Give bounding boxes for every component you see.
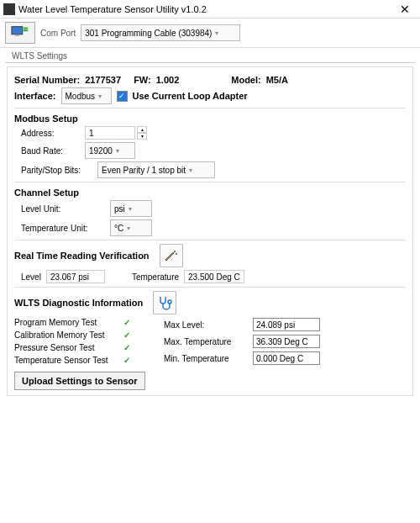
chevron-down-icon: ▾ <box>189 166 192 174</box>
toolbar: Com Port 301 Programming Cable (303984) … <box>0 18 420 48</box>
spin-up-icon[interactable]: ▴ <box>137 126 147 133</box>
temp-unit-row: Temperature Unit: °C ▾ <box>21 219 406 236</box>
diag-test-row: Pressure Sensor Test ✓ <box>14 343 130 352</box>
interface-label: Interface: <box>14 91 56 101</box>
wand-icon <box>164 248 179 263</box>
spin-down-icon[interactable]: ▾ <box>137 133 147 140</box>
com-port-value: 301 Programming Cable (303984) <box>85 29 212 38</box>
check-icon: ✓ <box>123 343 130 352</box>
fw-label: FW: <box>134 75 151 85</box>
model-label: Model: <box>231 75 260 85</box>
baud-label: Baud Rate: <box>21 146 80 156</box>
stethoscope-icon <box>157 295 172 310</box>
wlts-settings-label: WLTS Settings <box>5 48 415 63</box>
temp-label: Temperature <box>132 272 179 282</box>
diag-test-row: Program Memory Test ✓ <box>14 318 130 327</box>
parity-select[interactable]: Even Parity / 1 stop bit ▾ <box>97 161 215 178</box>
monitor-icon <box>11 25 29 40</box>
loop-adapter-label: Use Current Loop Adapter <box>133 91 248 101</box>
temp-readout: 23.500 Deg C <box>184 270 244 283</box>
upload-button[interactable]: Upload Settings to Sensor <box>14 372 145 390</box>
max-temp-field[interactable] <box>253 335 320 348</box>
refresh-button[interactable] <box>160 244 183 267</box>
close-icon[interactable]: ✕ <box>395 3 415 16</box>
diag-tests: Program Memory Test ✓ Calibration Memory… <box>14 318 130 365</box>
temp-unit-select[interactable]: °C ▾ <box>110 219 152 236</box>
main-panel: Serial Number: 2177537 FW: 1.002 Model: … <box>7 66 413 396</box>
title-bar: Water Level Temperature Sensor Utility v… <box>0 0 420 18</box>
modbus-heading: Modbus Setup <box>14 114 406 124</box>
min-temp-label: Min. Temperature <box>164 354 248 363</box>
svg-point-3 <box>176 253 177 255</box>
baud-value: 19200 <box>89 146 113 156</box>
svg-point-2 <box>174 251 176 252</box>
device-info: Serial Number: 2177537 FW: 1.002 Model: … <box>14 75 406 85</box>
connect-button[interactable] <box>5 22 35 44</box>
modbus-address-row: Address: 1 ▴ ▾ <box>21 126 406 140</box>
svg-point-4 <box>168 300 171 304</box>
diag-minmax: Max Level: Max. Temperature Min. Tempera… <box>164 318 320 365</box>
check-icon: ✓ <box>123 330 130 340</box>
diag-test-row: Temperature Sensor Test ✓ <box>14 356 130 365</box>
serial-label: Serial Number: <box>14 75 80 85</box>
level-unit-value: psi <box>114 204 125 214</box>
chevron-down-icon: ▾ <box>215 29 218 37</box>
address-spinner[interactable]: 1 ▴ ▾ <box>85 126 147 140</box>
loop-adapter-checkbox[interactable]: ✓ <box>117 91 128 102</box>
chevron-down-icon: ▾ <box>127 225 130 232</box>
serial-value: 2177537 <box>85 75 121 85</box>
channel-heading: Channel Setup <box>14 188 406 198</box>
modbus-baud-row: Baud Rate: 19200 ▾ <box>21 142 406 159</box>
level-readout: 23.067 psi <box>46 270 105 283</box>
test-name: Calibration Memory Test <box>14 330 115 340</box>
test-name: Program Memory Test <box>14 318 115 327</box>
test-name: Pressure Sensor Test <box>14 343 115 352</box>
test-name: Temperature Sensor Test <box>14 356 115 365</box>
max-temp-label: Max. Temperature <box>164 337 248 346</box>
max-level-field[interactable] <box>253 318 320 331</box>
chevron-down-icon: ▾ <box>98 92 102 100</box>
interface-select[interactable]: Modbus ▾ <box>61 87 112 104</box>
level-label: Level <box>21 272 41 282</box>
address-label: Address: <box>21 129 80 138</box>
min-temp-field[interactable] <box>253 351 320 365</box>
chevron-down-icon: ▾ <box>129 205 132 213</box>
check-icon: ✓ <box>123 356 130 365</box>
diag-heading: WLTS Diagnostic Information <box>14 298 143 308</box>
com-port-label: Com Port <box>40 29 76 38</box>
temp-unit-value: °C <box>114 224 123 233</box>
svg-rect-0 <box>12 27 23 34</box>
window-title: Water Level Temperature Sensor Utility v… <box>18 4 207 14</box>
max-level-label: Max Level: <box>164 320 248 330</box>
interface-value: Modbus <box>66 92 96 101</box>
level-unit-label: Level Unit: <box>21 204 105 214</box>
realtime-heading: Real Time Reading Verification <box>14 251 150 261</box>
address-value: 1 <box>85 126 135 140</box>
realtime-values: Level 23.067 psi Temperature 23.500 Deg … <box>21 270 406 283</box>
model-value: M5/A <box>266 75 288 85</box>
level-unit-select[interactable]: psi ▾ <box>110 200 152 217</box>
modbus-parity-row: Parity/Stop Bits: Even Parity / 1 stop b… <box>21 161 406 178</box>
svg-rect-1 <box>15 34 19 36</box>
interface-row: Interface: Modbus ▾ ✓ Use Current Loop A… <box>14 87 406 104</box>
baud-select[interactable]: 19200 ▾ <box>85 142 135 159</box>
app-icon <box>3 3 15 15</box>
diagnostics-button[interactable] <box>153 291 176 314</box>
check-icon: ✓ <box>123 318 130 327</box>
diag-test-row: Calibration Memory Test ✓ <box>14 330 130 340</box>
fw-value: 1.002 <box>156 75 180 85</box>
com-port-select[interactable]: 301 Programming Cable (303984) ▾ <box>81 24 240 41</box>
level-unit-row: Level Unit: psi ▾ <box>21 200 406 217</box>
chevron-down-icon: ▾ <box>116 147 119 155</box>
temp-unit-label: Temperature Unit: <box>21 224 105 233</box>
parity-label: Parity/Stop Bits: <box>21 166 92 175</box>
parity-value: Even Parity / 1 stop bit <box>102 166 186 175</box>
